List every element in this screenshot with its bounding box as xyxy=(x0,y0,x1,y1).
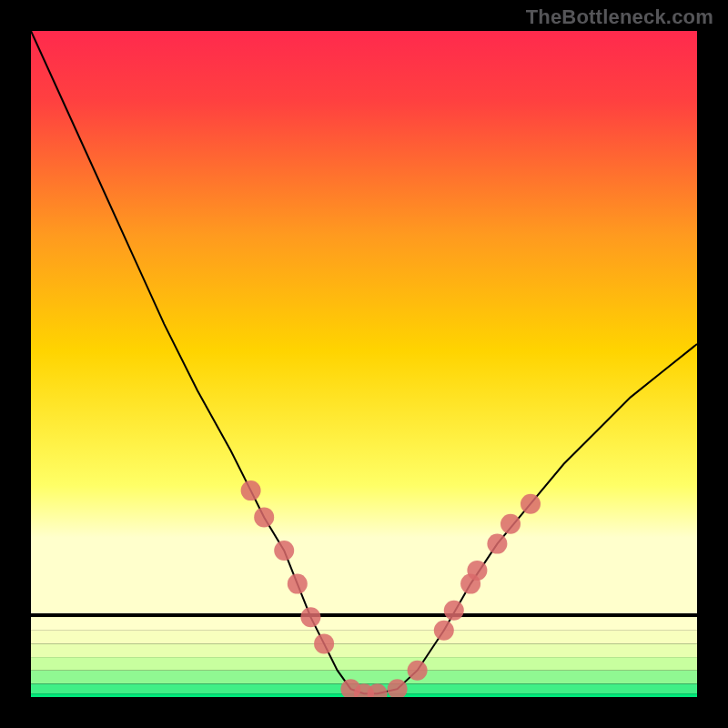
curve-marker xyxy=(368,683,388,697)
curve-marker xyxy=(500,514,521,534)
curve-marker xyxy=(314,633,334,653)
curve-marker xyxy=(288,574,308,594)
chart-frame: TheBottleneck.com xyxy=(0,0,728,728)
curve-marker xyxy=(487,534,507,554)
curve-marker xyxy=(434,621,454,641)
bottleneck-curve xyxy=(31,31,697,697)
curve-marker xyxy=(444,601,464,621)
watermark-text: TheBottleneck.com xyxy=(526,5,713,29)
curve-marker xyxy=(254,507,274,527)
curve-marker xyxy=(408,661,428,681)
plot-area xyxy=(31,31,697,697)
curve-marker xyxy=(521,494,541,514)
curve-marker xyxy=(274,541,294,561)
curve-marker xyxy=(241,480,261,500)
curve-marker xyxy=(300,607,320,627)
curve-marker xyxy=(467,561,487,581)
